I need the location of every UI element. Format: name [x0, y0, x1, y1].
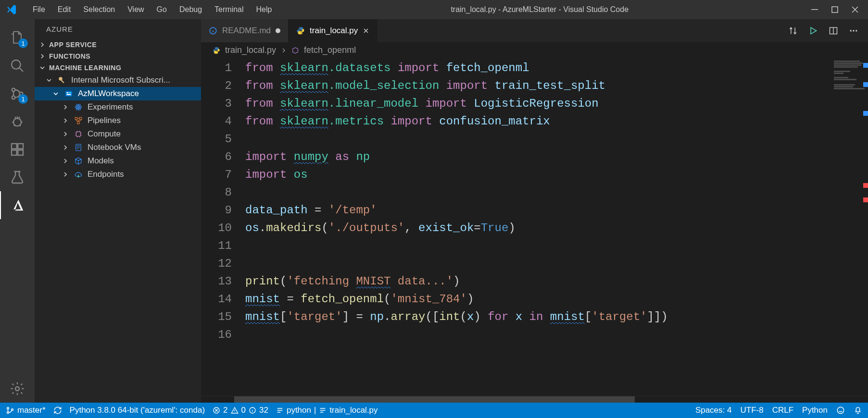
svg-rect-8: [12, 150, 17, 155]
activity-scm[interactable]: 1: [0, 80, 35, 108]
tab-label: train_local.py: [310, 26, 358, 36]
section-app-service[interactable]: APP SERVICE: [35, 39, 201, 50]
activity-debug[interactable]: [0, 108, 35, 135]
svg-point-32: [7, 407, 9, 409]
status-spaces[interactable]: Spaces: 4: [695, 406, 732, 415]
compare-icon[interactable]: [788, 26, 798, 36]
split-icon[interactable]: [829, 26, 838, 36]
svg-point-33: [7, 412, 9, 414]
svg-rect-23: [79, 117, 82, 120]
svg-rect-17: [67, 94, 71, 95]
menu-selection[interactable]: Selection: [77, 2, 121, 17]
status-bell[interactable]: [854, 406, 862, 415]
chevron-right-icon: [63, 104, 69, 110]
sidebar-title: AZURE: [35, 19, 201, 39]
tree-item-label: Notebook VMs: [88, 143, 141, 152]
chip-icon: [73, 130, 84, 138]
tab-readme[interactable]: README.md: [201, 19, 289, 42]
activity-extensions[interactable]: [0, 135, 35, 163]
window-title: train_local.py - AzureMLStarter - Visual…: [277, 5, 802, 14]
tab-label: README.md: [222, 26, 271, 36]
chevron-right-icon: [63, 118, 69, 123]
svg-point-2: [12, 60, 21, 69]
code-content[interactable]: from sklearn.datasets import fetch_openm…: [245, 58, 832, 396]
chevron-right-icon: [39, 53, 45, 59]
atom-icon: [73, 103, 84, 111]
warnings-count: 0: [241, 406, 246, 415]
status-problems[interactable]: 2 0 32: [213, 406, 268, 415]
tree-item-label: Internal Microsoft Subscri...: [71, 75, 170, 85]
menu-go[interactable]: Go: [151, 2, 173, 17]
status-eol[interactable]: CRLF: [772, 406, 793, 415]
svg-point-30: [853, 30, 854, 31]
status-branch[interactable]: master*: [6, 406, 46, 415]
tree-workspace[interactable]: AzMLWorkspace: [35, 87, 201, 100]
titlebar: File Edit Selection View Go Debug Termin…: [0, 0, 868, 19]
tree-pipelines[interactable]: Pipelines: [35, 114, 201, 127]
tab-train-local[interactable]: train_local.py: [289, 19, 377, 42]
file-label: train_local.py: [329, 406, 377, 415]
info-count: 32: [259, 406, 268, 415]
svg-point-11: [15, 387, 19, 391]
close-button[interactable]: [852, 6, 858, 13]
close-icon[interactable]: [363, 27, 369, 34]
horizontal-scrollbar[interactable]: [201, 396, 868, 403]
svg-point-31: [855, 30, 857, 31]
menu-debug[interactable]: Debug: [174, 2, 208, 17]
breadcrumb-symbol: fetch_openml: [304, 45, 356, 55]
tree-compute[interactable]: Compute: [35, 127, 201, 141]
section-label: FUNCTIONS: [49, 52, 90, 60]
tree-subscription[interactable]: Internal Microsoft Subscri...: [35, 74, 201, 87]
editor-body[interactable]: 12345678910111213141516 from sklearn.dat…: [201, 58, 868, 396]
minimap[interactable]: [832, 58, 868, 396]
activitybar: 1 1: [0, 19, 35, 403]
breadcrumb[interactable]: train_local.py fetch_openml: [201, 42, 868, 58]
svg-rect-1: [832, 7, 838, 12]
chevron-down-icon: [39, 65, 45, 71]
tree-item-label: AzMLWorkspace: [78, 89, 139, 98]
status-feedback[interactable]: [836, 406, 845, 415]
svg-rect-7: [12, 144, 17, 149]
tree-models[interactable]: Models: [35, 154, 201, 168]
menu-help[interactable]: Help: [251, 2, 278, 17]
status-python[interactable]: Python 3.8.0 64-bit ('azureml': conda): [70, 406, 205, 415]
window-controls: [811, 6, 863, 13]
more-icon[interactable]: [849, 26, 858, 36]
section-machine-learning[interactable]: MACHINE LEARNING: [35, 62, 201, 74]
status-lang[interactable]: Python: [802, 406, 828, 415]
tree-endpoints[interactable]: Endpoints: [35, 168, 201, 181]
menu-edit[interactable]: Edit: [52, 2, 77, 17]
menu-view[interactable]: View: [122, 2, 150, 17]
activity-azure[interactable]: [0, 191, 35, 219]
python-icon: [296, 26, 305, 35]
tree-notebookvms[interactable]: Notebook VMs: [35, 141, 201, 154]
tree-item-label: Models: [88, 156, 114, 166]
python-icon: [213, 47, 220, 54]
menubar: File Edit Selection View Go Debug Termin…: [27, 2, 277, 17]
status-env[interactable]: python | train_local.py: [276, 406, 378, 415]
menu-file[interactable]: File: [27, 2, 51, 17]
activity-settings[interactable]: [0, 375, 35, 403]
editor-actions: [788, 19, 868, 42]
activity-explorer[interactable]: 1: [0, 24, 35, 52]
minimize-button[interactable]: [811, 6, 818, 13]
activity-search[interactable]: [0, 52, 35, 80]
status-encoding[interactable]: UTF-8: [740, 406, 763, 415]
env-label: python: [287, 406, 311, 415]
section-functions[interactable]: FUNCTIONS: [35, 50, 201, 62]
tree-experiments[interactable]: Experiments: [35, 100, 201, 114]
status-sync[interactable]: [53, 406, 62, 415]
maximize-button[interactable]: [831, 6, 838, 13]
svg-point-21: [78, 107, 79, 108]
svg-rect-15: [67, 92, 69, 93]
cloud-icon: [73, 170, 84, 179]
chevron-right-icon: [63, 172, 69, 177]
line-gutter: 12345678910111213141516: [201, 58, 245, 396]
tree-item-label: Pipelines: [88, 116, 121, 125]
svg-rect-24: [77, 122, 80, 124]
svg-point-34: [12, 409, 13, 411]
run-icon[interactable]: [808, 26, 818, 36]
chevron-right-icon: [281, 48, 287, 53]
menu-terminal[interactable]: Terminal: [209, 2, 249, 17]
activity-test[interactable]: [0, 163, 35, 191]
